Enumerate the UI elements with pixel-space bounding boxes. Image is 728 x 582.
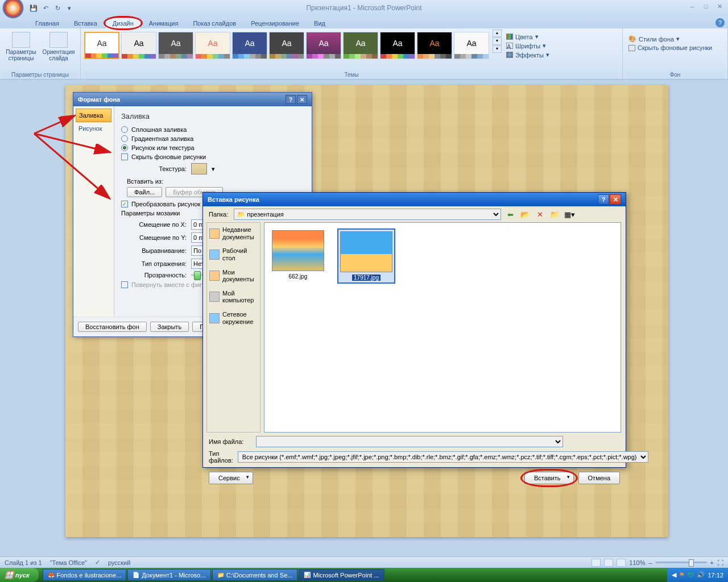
fit-button[interactable]: ⛶ <box>717 559 723 566</box>
page-setup-button[interactable]: Параметры страницы <box>3 30 39 64</box>
filetype-select[interactable]: Все рисунки (*.emf;*.wmf;*.jpg;*.jpeg;*.… <box>238 451 648 463</box>
close-button[interactable]: ✕ <box>714 2 725 10</box>
file-button[interactable]: Файл... <box>127 187 162 197</box>
titlebar: 💾 ↶ ↻ ▾ Презентация1 - Microsoft PowerPo… <box>0 0 728 16</box>
theme-effects-button[interactable]: Эффекты ▾ <box>506 51 549 59</box>
start-button[interactable]: 🪟пуск <box>0 568 39 582</box>
tab-home[interactable]: Главная <box>28 18 66 28</box>
theme-thumb[interactable]: Aa <box>121 32 156 59</box>
insert-button[interactable]: Вставить <box>524 472 574 484</box>
new-folder-icon[interactable]: 📁 <box>549 209 560 220</box>
back-icon[interactable]: ⬅ <box>504 209 516 220</box>
texture-picker[interactable] <box>191 163 207 174</box>
up-icon[interactable]: 📂 <box>519 209 531 220</box>
tab-design[interactable]: Дизайн <box>105 18 141 28</box>
zoom-out-button[interactable]: – <box>648 559 652 566</box>
nav-fill[interactable]: Заливка <box>76 109 111 122</box>
background-styles-button[interactable]: 🎨 Стили фона ▾ <box>628 35 712 43</box>
theme-thumb[interactable]: Aa <box>232 32 267 59</box>
normal-view-button[interactable] <box>592 559 601 567</box>
tray-icon[interactable]: ⚑ <box>679 571 685 579</box>
theme-thumb[interactable]: Aa <box>158 32 193 59</box>
nav-picture[interactable]: Рисунок <box>76 122 111 135</box>
file-list[interactable]: 662.jpg 17917.jpg <box>264 222 621 433</box>
insert-picture-dialog: Вставка рисунка ? ✕ Папка: 📁 презентация… <box>202 192 626 468</box>
place-desktop[interactable]: Рабочий стол <box>207 244 260 265</box>
theme-thumb[interactable]: Aa <box>343 32 378 59</box>
redo-icon[interactable]: ↻ <box>52 3 63 13</box>
tray-icon[interactable]: ◀ <box>672 571 676 579</box>
tab-slideshow[interactable]: Показ слайдов <box>186 18 243 28</box>
quick-access-toolbar: 💾 ↶ ↻ ▾ <box>28 3 75 13</box>
cancel-button[interactable]: Отмена <box>578 472 620 484</box>
radio-picture[interactable]: Рисунок или текстура <box>121 144 305 151</box>
tray-icon[interactable]: 🛡 <box>688 572 694 579</box>
filename-input[interactable] <box>256 436 563 447</box>
folder-label: Папка: <box>209 211 228 218</box>
maximize-button[interactable]: □ <box>701 2 711 10</box>
tab-review[interactable]: Рецензирование <box>244 18 306 28</box>
fill-heading: Заливка <box>121 112 305 120</box>
theme-thumb[interactable]: Aa <box>417 32 452 59</box>
theme-colors-button[interactable]: Цвета ▾ <box>506 33 549 40</box>
save-icon[interactable]: 💾 <box>28 3 39 13</box>
taskbar-item[interactable]: 🦊 Fondos e ilustracione... <box>43 569 127 581</box>
sorter-view-button[interactable] <box>604 559 613 567</box>
file-thumb[interactable]: 662.jpg <box>270 228 326 281</box>
tab-insert[interactable]: Вставка <box>67 18 104 28</box>
reset-button[interactable]: Восстановить фон <box>78 322 147 332</box>
dialog-titlebar[interactable]: Формат фона ?✕ <box>73 93 312 106</box>
taskbar-item[interactable]: 📁 C:\Documents and Se... <box>212 569 298 581</box>
theme-thumb[interactable]: Aa <box>195 32 230 59</box>
minimize-button[interactable]: – <box>687 2 697 10</box>
slide-orientation-button[interactable]: Ориентация слайда <box>41 30 76 64</box>
delete-icon[interactable]: ✕ <box>534 209 545 220</box>
radio-gradient[interactable]: Градиентная заливка <box>121 135 305 142</box>
spell-icon[interactable]: ✓ <box>95 559 100 566</box>
tab-view[interactable]: Вид <box>307 18 332 28</box>
place-network[interactable]: Сетевое окружение <box>207 307 260 329</box>
dialog-help-button[interactable]: ? <box>598 194 609 205</box>
clock[interactable]: 17:12 <box>708 572 723 579</box>
tray-icon[interactable]: 🔊 <box>697 571 705 579</box>
place-recent[interactable]: Недавние документы <box>207 223 260 244</box>
system-tray[interactable]: ◀ ⚑ 🛡 🔊 17:12 <box>667 568 728 582</box>
places-bar: Недавние документы Рабочий стол Мои доку… <box>206 222 260 433</box>
folder-select[interactable]: 📁 презентация <box>234 209 501 220</box>
language[interactable]: русский <box>108 559 130 566</box>
dialog-titlebar[interactable]: Вставка рисунка ? ✕ <box>203 193 626 206</box>
tab-animation[interactable]: Анимация <box>142 18 185 28</box>
theme-thumb[interactable]: Aa <box>306 32 341 59</box>
taskbar: 🪟пуск 🦊 Fondos e ilustracione... 📄 Докум… <box>0 568 728 582</box>
theme-thumb[interactable]: Aa <box>84 32 119 59</box>
hide-bg-check[interactable]: Скрыть фоновые рисунки <box>121 153 305 160</box>
zoom-level[interactable]: 110% <box>629 559 645 566</box>
dialog-close-button[interactable]: ✕ <box>610 194 621 205</box>
group-themes-label: Темы <box>84 70 619 79</box>
taskbar-item[interactable]: 📄 Документ1 - Microso... <box>127 569 210 581</box>
service-button[interactable]: Сервис <box>209 472 253 484</box>
slideshow-view-button[interactable] <box>617 559 626 567</box>
theme-scroll[interactable]: ▴▾▾ <box>493 30 502 53</box>
theme-thumb[interactable]: Aa <box>269 32 304 59</box>
dialog-help-button[interactable]: ? <box>286 95 296 104</box>
app-title: Презентация1 - Microsoft PowerPoint <box>306 4 421 12</box>
theme-thumb[interactable]: Aa <box>454 32 489 59</box>
undo-icon[interactable]: ↶ <box>40 3 51 13</box>
theme-fonts-button[interactable]: AШрифты ▾ <box>506 42 549 49</box>
radio-solid[interactable]: Сплошная заливка <box>121 126 305 133</box>
close-button[interactable]: Закрыть <box>150 322 189 332</box>
zoom-slider[interactable] <box>656 562 707 563</box>
file-thumb[interactable]: 17917.jpg <box>337 228 395 284</box>
qat-dropdown-icon[interactable]: ▾ <box>64 3 75 13</box>
views-icon[interactable]: ▦▾ <box>564 209 575 220</box>
place-documents[interactable]: Мои документы <box>207 265 260 286</box>
dialog-title: Формат фона <box>78 96 120 103</box>
dialog-close-button[interactable]: ✕ <box>297 95 307 104</box>
theme-thumb[interactable]: Aa <box>380 32 415 59</box>
taskbar-item[interactable]: 📊 Microsoft PowerPoint ... <box>299 569 384 581</box>
place-computer[interactable]: Мой компьютер <box>207 286 260 307</box>
zoom-in-button[interactable]: + <box>710 559 714 566</box>
hide-background-checkbox[interactable]: Скрыть фоновые рисунки <box>628 44 712 51</box>
help-icon[interactable]: ? <box>715 18 725 27</box>
